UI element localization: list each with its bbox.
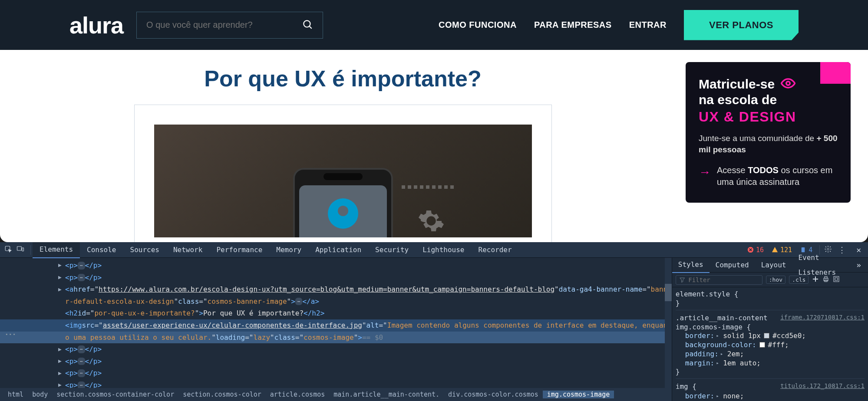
- promo-line-1: Matricule-se: [699, 77, 838, 92]
- main-nav: COMO FUNCIONA PARA EMPRESAS ENTRAR VER P…: [439, 10, 799, 40]
- hov-toggle[interactable]: :hov: [766, 276, 785, 284]
- tab-lighthouse[interactable]: Lighthouse: [416, 242, 471, 258]
- dom-node-p[interactable]: ▶<p>⋯</p>: [0, 355, 672, 368]
- errors-badge[interactable]: 16: [745, 246, 766, 254]
- styles-panel: Styles Computed Layout Event Listeners »…: [672, 258, 868, 401]
- decorative-dots: [402, 185, 454, 189]
- eye-icon: [781, 77, 795, 92]
- gear-icon: [417, 207, 445, 235]
- nav-entrar[interactable]: ENTRAR: [629, 20, 667, 30]
- tab-elements[interactable]: Elements: [33, 242, 80, 258]
- bc-body[interactable]: body: [28, 391, 52, 398]
- promo-line-2: na escola de: [699, 92, 838, 107]
- print-icon[interactable]: [822, 276, 829, 284]
- dom-node-p[interactable]: ▶<p>⋯</p>: [0, 272, 672, 284]
- promo-card[interactable]: Matricule-se na escola de UX & DESIGN Ju…: [686, 62, 851, 203]
- search-box[interactable]: [136, 12, 323, 39]
- devtools-body: ••• ▶<p>⋯</p> ▶<p>⋯</p> ▶<a href="https:…: [0, 258, 868, 401]
- dom-node-p[interactable]: ▶<p>⋯</p>: [0, 379, 672, 388]
- dom-node-p[interactable]: ▶<p>⋯</p>: [0, 260, 672, 272]
- promo-access: → Acesse TODOS os cursos em uma única as…: [699, 164, 838, 188]
- computed-toggle-icon[interactable]: [833, 276, 840, 284]
- search-icon[interactable]: [302, 19, 313, 32]
- tab-recorder[interactable]: Recorder: [472, 242, 519, 258]
- tab-application[interactable]: Application: [308, 242, 368, 258]
- bc-html[interactable]: html: [3, 391, 28, 398]
- dom-node-img-cont[interactable]: o uma pessoa utiliza o seu celular." loa…: [0, 332, 672, 344]
- website-viewport: alura COMO FUNCIONA PARA EMPRESAS ENTRAR…: [0, 0, 868, 242]
- bc-div[interactable]: div.cosmos-color.cosmos: [444, 391, 543, 398]
- article-title: Por que UX é importante?: [0, 66, 686, 92]
- nav-como-funciona[interactable]: COMO FUNCIONA: [439, 20, 517, 30]
- devtools-tabbar: Elements Console Sources Network Perform…: [0, 242, 868, 258]
- dom-node-h2[interactable]: <h2 id="por-que-ux-e-importante?">Por qu…: [0, 307, 672, 319]
- bc-article[interactable]: article.cosmos: [266, 391, 329, 398]
- dom-node-p[interactable]: ▶<p>⋯</p>: [0, 343, 672, 355]
- svg-point-8: [827, 248, 829, 250]
- logo[interactable]: alura: [69, 12, 123, 39]
- new-rule-icon[interactable]: [812, 276, 819, 284]
- tab-layout[interactable]: Layout: [755, 258, 792, 273]
- article-area: Por que UX é importante?: [0, 62, 686, 242]
- tab-styles[interactable]: Styles: [672, 257, 710, 273]
- warnings-badge[interactable]: 121: [769, 246, 795, 254]
- sidebar-promo: Matricule-se na escola de UX & DESIGN Ju…: [686, 62, 851, 242]
- styles-filter-row: :hov .cls: [672, 273, 868, 287]
- avatar-icon: [328, 198, 358, 229]
- promo-line-3: UX & DESIGN: [699, 109, 838, 125]
- tab-security[interactable]: Security: [368, 242, 416, 258]
- tab-memory[interactable]: Memory: [269, 242, 308, 258]
- devtools: Elements Console Sources Network Perform…: [0, 242, 868, 401]
- scrollbar[interactable]: [665, 258, 672, 388]
- tab-sources[interactable]: Sources: [123, 242, 166, 258]
- dom-node-a[interactable]: ▶<a href="https://www.alura.com.br/escol…: [0, 283, 672, 296]
- dom-node-a-cont[interactable]: r-default-escola-ux-design" class="cosmo…: [0, 296, 672, 308]
- tab-network[interactable]: Network: [166, 242, 209, 258]
- close-icon[interactable]: ✕: [852, 245, 865, 254]
- search-input[interactable]: [146, 20, 302, 30]
- site-header: alura COMO FUNCIONA PARA EMPRESAS ENTRAR…: [0, 0, 868, 50]
- cls-toggle[interactable]: .cls: [789, 276, 809, 284]
- bc-main[interactable]: main.article__main-content.: [329, 391, 444, 398]
- filter-icon: [680, 277, 685, 283]
- device-toggle-icon[interactable]: [17, 245, 24, 255]
- svg-rect-13: [835, 278, 838, 280]
- article-image: [154, 125, 532, 237]
- ver-planos-button[interactable]: VER PLANOS: [684, 10, 799, 40]
- dom-node-p[interactable]: ▶<p>⋯</p>: [0, 367, 672, 379]
- tab-performance[interactable]: Performance: [209, 242, 269, 258]
- nav-para-empresas[interactable]: PARA EMPRESAS: [534, 20, 612, 30]
- article-image-frame: [134, 105, 552, 242]
- svg-point-2: [786, 82, 790, 85]
- filter-input[interactable]: [688, 276, 759, 283]
- promo-subtext: Junte-se a uma comunidade de + 500 mil p…: [699, 133, 838, 155]
- more-tabs-icon[interactable]: »: [852, 260, 865, 270]
- dom-tree[interactable]: ••• ▶<p>⋯</p> ▶<p>⋯</p> ▶<a href="https:…: [0, 258, 672, 388]
- gutter-dots-icon: •••: [5, 332, 17, 337]
- styles-tabbar: Styles Computed Layout Event Listeners »: [672, 258, 868, 273]
- bc-img[interactable]: img.cosmos-image: [543, 391, 614, 398]
- svg-point-0: [304, 20, 310, 27]
- elements-panel: ••• ▶<p>⋯</p> ▶<p>⋯</p> ▶<a href="https:…: [0, 258, 672, 401]
- svg-rect-4: [17, 247, 22, 250]
- bc-section1[interactable]: section.cosmos-container-color: [52, 391, 178, 398]
- tab-console[interactable]: Console: [80, 242, 123, 258]
- bc-section2[interactable]: section.cosmos-color: [178, 391, 266, 398]
- dom-node-img[interactable]: <img src="assets/user-experience-ux/celu…: [0, 319, 672, 332]
- inspect-icon[interactable]: [4, 245, 12, 255]
- main-content: Por que UX é importante? Matricul: [0, 50, 868, 242]
- svg-rect-12: [834, 276, 839, 282]
- dom-breadcrumb: html body section.cosmos-container-color…: [0, 388, 672, 401]
- css-rules[interactable]: element.style { } .article__main-content…: [672, 287, 868, 401]
- styles-filter[interactable]: [676, 275, 762, 285]
- svg-rect-10: [825, 276, 827, 278]
- tab-computed[interactable]: Computed: [710, 258, 755, 273]
- arrow-right-icon: →: [699, 165, 711, 188]
- svg-line-1: [310, 26, 312, 28]
- svg-rect-5: [22, 248, 24, 251]
